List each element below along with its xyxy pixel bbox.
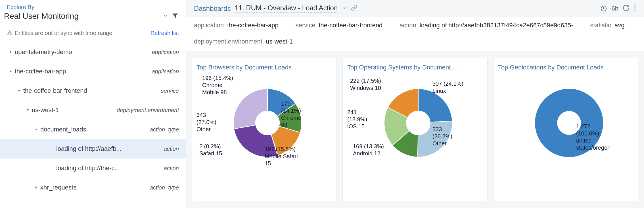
chart-area: 1,272(100.0%)unitedstates/oregon (498, 75, 633, 195)
explore-title: Real User Monitoring (4, 12, 160, 21)
chart-label: 197 (15.5%)Mobile Safari15 (265, 146, 298, 167)
filter-key: service (296, 22, 315, 29)
tree-row[interactable]: the-coffee-bar-frontendservice (0, 81, 186, 100)
filter-icon[interactable] (172, 12, 179, 20)
chevron-down-icon[interactable] (32, 127, 40, 132)
chart-area: 196 (15.4%)ChromeMobile 98179(14.1%)Chro… (196, 75, 332, 195)
chart-label: 1,272(100.0%)unitedstates/oregon (576, 123, 610, 151)
tree-row[interactable]: document_loadsaction_type (0, 120, 186, 139)
sync-warning-row: Entities are out of sync with time range… (0, 26, 186, 40)
tree-item-label: the-coffee-bar-frontend (23, 87, 158, 94)
filter-value: us-west-1 (266, 38, 293, 46)
filter-key: deployment.environment (194, 38, 262, 45)
chart-card: Top Browsers by Document Loads196 (15.4%… (192, 58, 337, 201)
tree-item-label: us-west-1 (32, 106, 113, 114)
charts-row: Top Browsers by Document Loads196 (15.4%… (186, 51, 644, 208)
chart-label: 2 (0.2%)Safari 15 (199, 143, 222, 157)
clock-icon (600, 5, 607, 12)
filter-pair[interactable]: applicationthe-coffee-bar-app (194, 22, 279, 30)
chart-label: 196 (15.4%)ChromeMobile 98 (202, 75, 233, 96)
filter-pair[interactable]: statisticavg (590, 22, 625, 30)
chart-label: 169 (13.3%)Android 12 (353, 143, 384, 157)
tree-item-label: xhr_requests (40, 184, 147, 191)
link-icon[interactable] (351, 5, 357, 13)
chevron-right-icon[interactable] (7, 50, 15, 54)
tree-item-tag: action (164, 165, 179, 172)
time-range-value: -6h (609, 5, 618, 12)
tree-row[interactable]: xhr_requestsaction_type (0, 178, 186, 197)
filter-value: avg (614, 22, 624, 30)
explore-selector[interactable]: Real User Monitoring (0, 11, 186, 26)
warning-icon (7, 30, 12, 36)
filter-value: the-coffee-bar-app (227, 22, 279, 30)
tree-row[interactable]: loading of http://aaefb...action (0, 139, 186, 158)
chart-area: 222 (17.5%)Windows 10307 (24.1%)Linux333… (347, 75, 483, 195)
explore-by-label: Explore By (0, 0, 186, 11)
chart-label: 333(26.2%)Other (432, 126, 452, 147)
donut-chart (379, 83, 458, 163)
tree-item-tag: application (152, 68, 179, 75)
filter-key: statistic (590, 22, 611, 29)
tree-row[interactable]: the-coffee-bar-appapplication (0, 62, 186, 81)
tree-item-label: the-coffee-bar-app (15, 68, 148, 75)
chevron-down-icon[interactable] (24, 108, 32, 112)
filter-bar: applicationthe-coffee-bar-appservicethe-… (186, 17, 644, 51)
svg-point-2 (634, 7, 635, 8)
sidebar: Explore By Real User Monitoring Entities… (0, 0, 186, 208)
tree-row[interactable]: us-west-1deployment.environment (0, 100, 186, 120)
chart-title: Top Operating Systems by Document ... (347, 64, 483, 71)
refresh-icon[interactable] (622, 4, 630, 13)
chart-card: Top Geolocations by Document Loads1,272(… (493, 58, 638, 201)
filter-pair[interactable]: actionloading of http://aaefbb382137f494… (400, 22, 573, 30)
chart-label: 241(18.9%)iOS 15 (347, 109, 367, 130)
sync-warning-text: Entities are out of sync with time range (15, 30, 148, 36)
tree-item-tag: action_type (150, 184, 179, 191)
more-icon[interactable] (634, 4, 636, 13)
chart-title: Top Browsers by Document Loads (196, 64, 332, 71)
tree-item-label: loading of http://the-c... (56, 164, 160, 172)
time-range-selector[interactable]: -6h (600, 5, 618, 12)
chevron-down-icon[interactable] (7, 69, 15, 74)
topbar: Dashboards 11. RUM - Overview - Load Act… (186, 0, 644, 17)
tree-item-label: document_loads (40, 126, 147, 133)
filter-value: loading of http://aaefbb382137f494ca2e66… (420, 22, 573, 30)
chart-label: 307 (24.1%)Linux (432, 80, 463, 94)
chevron-down-icon[interactable] (15, 88, 23, 93)
filter-key: action (400, 22, 416, 29)
filter-key: application (194, 22, 224, 29)
tree-row[interactable]: opentelemetry-demoapplication (0, 42, 186, 62)
tree-item-tag: application (152, 49, 179, 55)
chevron-down-icon[interactable] (342, 5, 347, 12)
tree-item-tag: action (164, 146, 179, 152)
chart-title: Top Geolocations by Document Loads (498, 64, 633, 71)
refresh-list-link[interactable]: Refresh list (150, 30, 179, 36)
entity-tree: opentelemetry-demoapplicationthe-coffee-… (0, 40, 186, 197)
chart-card: Top Operating Systems by Document ...222… (342, 58, 488, 201)
svg-point-3 (634, 9, 635, 11)
chevron-right-icon[interactable] (32, 185, 40, 190)
main-content: Dashboards 11. RUM - Overview - Load Act… (186, 0, 644, 208)
tree-item-tag: deployment.environment (117, 107, 179, 114)
tree-item-tag: service (161, 88, 179, 94)
filter-pair[interactable]: servicethe-coffee-bar-frontend (296, 22, 382, 30)
breadcrumb-title[interactable]: 11. RUM - Overview - Load Action (235, 4, 338, 13)
svg-point-1 (634, 5, 635, 6)
tree-item-label: loading of http://aaefb... (56, 145, 160, 153)
tree-item-label: opentelemetry-demo (15, 48, 148, 56)
breadcrumb-root[interactable]: Dashboards (194, 5, 231, 13)
filter-value: the-coffee-bar-frontend (319, 22, 382, 30)
tree-item-tag: action_type (150, 126, 179, 133)
chart-label: 179(14.1%)Chrome98 (281, 100, 301, 129)
chevron-down-icon (163, 13, 168, 19)
tree-row[interactable]: loading of http://the-c...action (0, 158, 186, 178)
filter-pair[interactable]: deployment.environmentus-west-1 (194, 38, 293, 46)
chart-label: 343(27.0%)Other (196, 112, 216, 133)
chart-label: 222 (17.5%)Windows 10 (350, 77, 381, 92)
